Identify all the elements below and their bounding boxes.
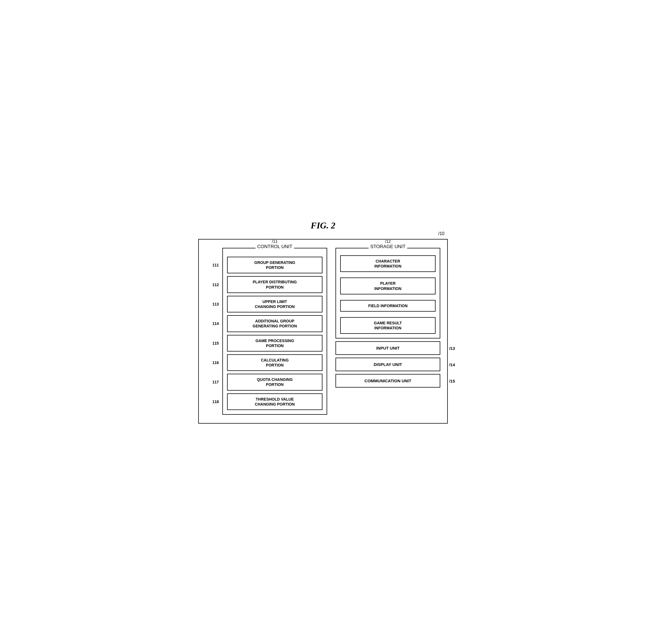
ref-113: 113 bbox=[212, 302, 219, 307]
control-unit-label: CONTROL UNIT bbox=[256, 244, 294, 249]
storage-unit-box: /12 STORAGE UNIT CHARACTERINFORMATION PL… bbox=[335, 248, 440, 338]
sub-box-117: 117 QUOTA CHANGINGPORTION bbox=[227, 374, 322, 390]
label-114: ADDITIONAL GROUPGENERATING PORTION bbox=[252, 319, 297, 328]
communication-unit-box: COMMUNICATION UNIT /15 bbox=[335, 374, 440, 388]
sub-box-116: 116 CALCULATINGPORTION bbox=[227, 354, 322, 371]
diagram-row: /11 CONTROL UNIT 111 GROUP GENERATINGPOR… bbox=[206, 248, 440, 415]
communication-unit-ref: 15 bbox=[450, 379, 455, 383]
storage-label-character: CHARACTERINFORMATION bbox=[374, 259, 402, 269]
sub-box-118: 118 THRESHOLD VALUECHANGING PORTION bbox=[227, 393, 322, 410]
storage-inner: CHARACTERINFORMATION PLAYERINFORMATION F… bbox=[340, 255, 436, 334]
outer-box: /10 /11 CONTROL UNIT 111 GROUP GENERATIN… bbox=[198, 239, 448, 424]
control-unit-box: /11 CONTROL UNIT 111 GROUP GENERATINGPOR… bbox=[222, 248, 327, 415]
communication-unit-label: COMMUNICATION UNIT bbox=[364, 379, 412, 383]
input-unit-ref-tick: /13 bbox=[449, 346, 455, 350]
label-116: CALCULATINGPORTION bbox=[261, 358, 289, 367]
sub-box-114: 114 ADDITIONAL GROUPGENERATING PORTION bbox=[227, 315, 322, 332]
sub-box-113: 113 UPPER LIMITCHANGING PORTION bbox=[227, 296, 322, 312]
display-unit-ref-tick: /14 bbox=[449, 362, 455, 367]
storage-sub-player: PLAYERINFORMATION bbox=[340, 278, 436, 294]
ref-115: 115 bbox=[212, 341, 219, 346]
storage-label-game-result: GAME RESULTINFORMATION bbox=[374, 321, 402, 330]
outer-ref-label: 10 bbox=[439, 231, 444, 236]
label-118: THRESHOLD VALUECHANGING PORTION bbox=[255, 397, 295, 406]
ref-111: 111 bbox=[212, 262, 219, 267]
label-115: GAME PROCESSINGPORTION bbox=[255, 338, 294, 348]
storage-sub-game-result: GAME RESULTINFORMATION bbox=[340, 317, 436, 334]
storage-sub-character: CHARACTERINFORMATION bbox=[340, 255, 436, 272]
control-unit-section: /11 CONTROL UNIT 111 GROUP GENERATINGPOR… bbox=[206, 248, 327, 415]
ref-117: 117 bbox=[212, 380, 219, 385]
storage-label-player: PLAYERINFORMATION bbox=[374, 281, 402, 291]
ref-116: 116 bbox=[212, 360, 219, 365]
input-unit-ref: 13 bbox=[450, 346, 455, 350]
page-container: FIG. 2 /10 /11 CONTROL UNIT 111 bbox=[198, 220, 448, 424]
sub-box-111: 111 GROUP GENERATINGPORTION bbox=[227, 257, 322, 273]
label-111: GROUP GENERATINGPORTION bbox=[254, 260, 295, 270]
label-117: QUOTA CHANGINGPORTION bbox=[257, 377, 293, 387]
sub-box-115: 115 GAME PROCESSINGPORTION bbox=[227, 335, 322, 351]
storage-unit-ref: 12 bbox=[386, 239, 391, 244]
ref-118: 118 bbox=[212, 399, 219, 404]
control-unit-inner: 111 GROUP GENERATINGPORTION 112 PLAYER D… bbox=[227, 257, 322, 410]
control-unit-ref-tick: /11 bbox=[272, 239, 278, 244]
input-unit-box: INPUT UNIT /13 bbox=[335, 341, 440, 355]
display-unit-label: DISPLAY UNIT bbox=[374, 362, 402, 367]
communication-unit-ref-tick: /15 bbox=[449, 379, 455, 383]
right-column: /12 STORAGE UNIT CHARACTERINFORMATION PL… bbox=[335, 248, 440, 388]
label-112: PLAYER DISTRIBUTINGPORTION bbox=[253, 280, 297, 289]
storage-sub-field: FIELD INFORMATION bbox=[340, 300, 436, 312]
display-unit-box: DISPLAY UNIT /14 bbox=[335, 358, 440, 371]
input-unit-label: INPUT UNIT bbox=[376, 346, 400, 350]
ref-114: 114 bbox=[212, 321, 219, 326]
storage-label-field: FIELD INFORMATION bbox=[368, 304, 408, 308]
sub-box-112: 112 PLAYER DISTRIBUTINGPORTION bbox=[227, 276, 322, 293]
storage-unit-label: STORAGE UNIT bbox=[368, 244, 407, 249]
outer-ref-tick: /10 bbox=[438, 231, 444, 236]
display-unit-ref: 14 bbox=[450, 362, 455, 367]
control-unit-ref: 11 bbox=[273, 239, 278, 244]
figure-title: FIG. 2 bbox=[198, 220, 448, 231]
label-113: UPPER LIMITCHANGING PORTION bbox=[255, 299, 295, 309]
storage-unit-ref-tick: /12 bbox=[385, 239, 391, 244]
ref-112: 112 bbox=[212, 282, 219, 287]
